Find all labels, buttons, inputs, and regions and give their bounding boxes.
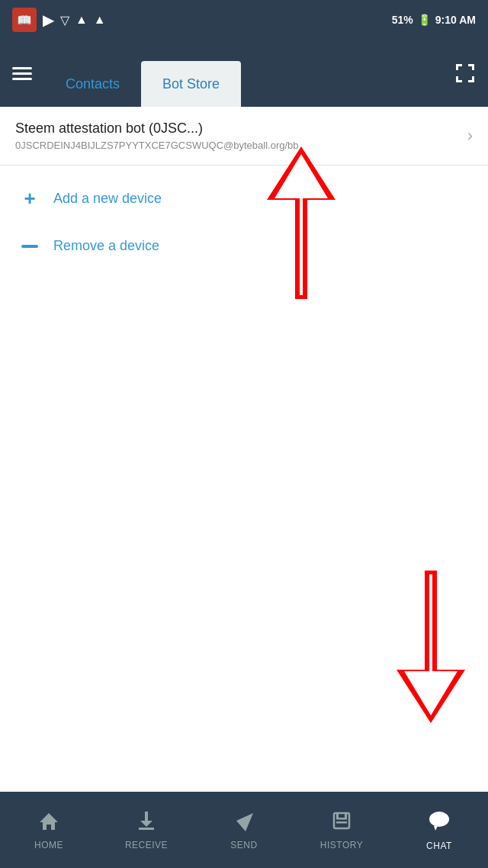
signal-icon-2: ▲ [94,13,106,27]
signal-icon: ▲ [75,13,88,27]
svg-rect-14 [429,574,432,674]
svg-rect-1 [456,64,458,70]
clock: 9:10 AM [435,14,476,26]
chevron-right-icon: › [467,126,473,146]
battery-icon: 🔋 [418,14,431,26]
tabs-container: Contacts Bot Store [44,40,454,107]
svg-rect-5 [456,76,458,82]
bot-name: Steem attestation bot (0JSC...) [15,121,460,137]
chat-icon [428,809,451,837]
svg-rect-3 [472,64,474,70]
battery-percent: 51% [392,14,413,26]
remove-device-label: Remove a device [53,238,159,254]
status-bar-right: 51% 🔋 9:10 AM [392,14,476,26]
bot-info: Steem attestation bot (0JSC...) 0JSCRDEI… [15,121,460,151]
hamburger-menu[interactable] [12,67,32,80]
bot-address: 0JSCRDEINJ4BIJLZS7PYYTXCE7GCSWUQC@byteba… [15,140,460,151]
svg-marker-20 [236,813,253,831]
nav-send[interactable]: SEND [195,804,293,857]
svg-marker-15 [404,671,458,715]
plus-icon: + [18,187,41,211]
main-content: Steem attestation bot (0JSC...) 0JSCRDEI… [0,107,488,792]
nav-receive-label: RECEIVE [125,840,168,850]
nav-home[interactable]: HOME [0,804,98,857]
status-bar-left: 📖 ▶ ▽ ▲ ▲ [12,8,106,32]
svg-rect-25 [345,814,347,818]
nav-home-label: HOME [34,840,63,850]
bottom-nav: HOME RECEIVE SEND [0,792,488,868]
nav-history[interactable]: HISTORY [293,804,390,857]
fullscreen-icon[interactable] [454,63,476,84]
svg-rect-12 [425,571,437,677]
svg-rect-23 [336,821,347,824]
svg-marker-18 [140,821,152,827]
svg-marker-16 [40,813,58,830]
status-bar: 📖 ▶ ▽ ▲ ▲ 51% 🔋 9:10 AM [0,0,488,40]
nav-history-label: HISTORY [320,840,363,850]
add-device-item[interactable]: + Add a new device [0,173,488,224]
annotation-arrow-down [396,571,465,723]
receive-icon [136,810,157,837]
nav-chat-label: CHAT [426,841,452,851]
remove-device-item[interactable]: Remove a device [0,224,488,268]
nav-bar: Contacts Bot Store [0,40,488,107]
svg-rect-19 [139,828,154,830]
tab-contacts[interactable]: Contacts [44,61,141,107]
tab-bot-store[interactable]: Bot Store [141,61,241,107]
wifi-icon: ▽ [60,13,69,27]
send-icon [233,810,255,837]
bot-entry[interactable]: Steem attestation bot (0JSC...) 0JSCRDEI… [0,107,488,166]
minus-icon [18,245,41,248]
svg-marker-13 [396,670,465,723]
nav-send-label: SEND [230,840,257,850]
history-icon [331,810,352,837]
svg-point-26 [429,812,449,827]
app-icon: 📖 [12,8,37,32]
svg-rect-7 [472,76,474,82]
action-list: + Add a new device Remove a device [0,166,488,275]
add-device-label: Add a new device [53,191,162,207]
play-store-icon: ▶ [43,11,54,29]
nav-receive[interactable]: RECEIVE [98,804,195,857]
nav-chat[interactable]: CHAT [390,803,488,857]
home-icon [38,810,59,837]
svg-rect-24 [336,814,339,818]
